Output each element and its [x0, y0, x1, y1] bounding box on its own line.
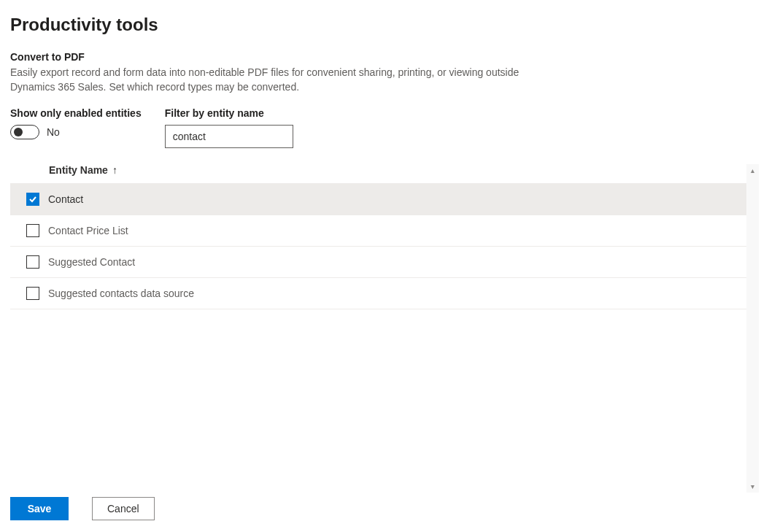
row-checkbox[interactable] — [26, 255, 39, 269]
row-checkbox[interactable] — [26, 287, 39, 300]
row-checkbox[interactable] — [26, 193, 39, 206]
scrollbar[interactable]: ▴ ▾ — [746, 164, 759, 493]
checkmark-icon — [28, 195, 37, 204]
entity-name-label: Suggested Contact — [48, 256, 135, 268]
entity-name-label: Contact — [48, 193, 83, 205]
entity-name-label: Contact Price List — [48, 225, 128, 236]
scroll-up-icon[interactable]: ▴ — [746, 164, 759, 177]
section-title-convert-pdf: Convert to PDF — [10, 51, 759, 63]
table-row[interactable]: Contact — [10, 184, 746, 215]
column-header-entity-name[interactable]: Entity Name ↑ — [10, 164, 746, 184]
row-checkbox[interactable] — [26, 224, 39, 237]
show-only-enabled-value: No — [47, 126, 60, 138]
entity-name-label: Suggested contacts data source — [48, 288, 194, 299]
show-only-enabled-label: Show only enabled entities — [10, 107, 142, 119]
column-header-label: Entity Name — [49, 164, 108, 176]
table-row[interactable]: Contact Price List — [10, 215, 746, 247]
save-button[interactable]: Save — [10, 497, 69, 520]
sort-ascending-icon: ↑ — [112, 165, 117, 175]
show-only-enabled-toggle[interactable] — [10, 125, 39, 139]
table-row[interactable]: Suggested Contact — [10, 247, 746, 278]
filter-input[interactable] — [165, 125, 293, 148]
toggle-knob — [14, 128, 23, 136]
page-title: Productivity tools — [10, 15, 759, 35]
filter-label: Filter by entity name — [165, 107, 293, 119]
cancel-button[interactable]: Cancel — [92, 497, 155, 520]
section-description: Easily export record and form data into … — [10, 66, 536, 94]
table-row[interactable]: Suggested contacts data source — [10, 278, 746, 309]
scroll-down-icon[interactable]: ▾ — [746, 480, 759, 493]
